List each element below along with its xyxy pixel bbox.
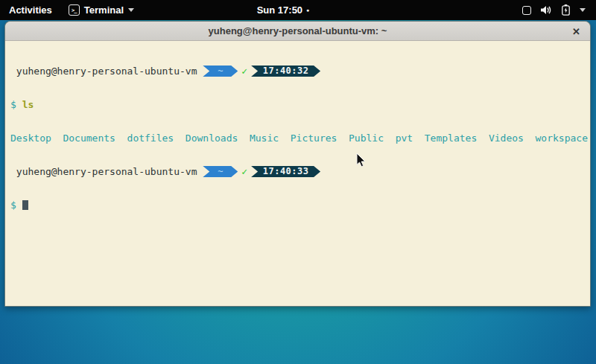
terminal-icon: >_ <box>69 4 80 16</box>
powerline-path-segment: ~ <box>203 66 238 77</box>
terminal-window: yuheng@henry-personal-ubuntu-vm: ~ ✕ yuh… <box>4 21 591 307</box>
dir-entry: Desktop <box>10 132 51 144</box>
prompt-path: ~ <box>218 166 223 176</box>
screen-share-icon <box>522 6 531 15</box>
prompt-path: ~ <box>218 66 223 76</box>
status-check-icon: ✓ <box>238 166 251 177</box>
chevron-down-icon <box>128 8 134 12</box>
powerline-time-segment: 17:40:33 <box>251 166 320 177</box>
prompt-time: 17:40:32 <box>263 66 309 76</box>
input-line: $ <box>10 199 590 211</box>
prompt-symbol: $ <box>10 199 16 211</box>
dir-entry: workspace <box>536 132 588 144</box>
dir-entry: pvt <box>396 132 413 144</box>
powerline-path-segment: ~ <box>203 166 238 177</box>
terminal-cursor <box>22 200 28 210</box>
prompt-user: yuheng@henry-personal-ubuntu-vm <box>10 166 203 177</box>
clock-button[interactable]: Sun 17:50 ● <box>257 0 310 20</box>
dir-entry: Templates <box>425 132 477 144</box>
prompt-symbol: $ <box>10 99 16 110</box>
battery-charging-icon <box>562 4 570 16</box>
app-menu-button[interactable]: >_ Terminal <box>61 0 142 20</box>
ls-output-line: Desktop Documents dotfiles Downloads Mus… <box>10 132 590 144</box>
clock-label: Sun 17:50 <box>257 4 302 16</box>
command-text: ls <box>22 99 34 110</box>
prompt-line: yuheng@henry-personal-ubuntu-vm ~✓17:40:… <box>10 166 590 177</box>
powerline-time-segment: 17:40:32 <box>251 66 320 77</box>
window-title: yuheng@henry-personal-ubuntu-vm: ~ <box>209 25 387 36</box>
dir-entry: Music <box>250 132 279 144</box>
status-check-icon: ✓ <box>238 66 251 77</box>
prompt-user: yuheng@henry-personal-ubuntu-vm <box>10 66 203 77</box>
prompt-line: yuheng@henry-personal-ubuntu-vm ~✓17:40:… <box>10 66 590 77</box>
volume-icon <box>541 5 552 15</box>
notification-dot-icon: ● <box>306 0 309 20</box>
close-icon[interactable]: ✕ <box>572 26 580 36</box>
system-status-area[interactable] <box>522 0 586 20</box>
dir-entry: dotfiles <box>127 132 174 144</box>
dir-entry: Downloads <box>186 132 238 144</box>
chevron-down-icon <box>580 8 586 12</box>
window-titlebar[interactable]: yuheng@henry-personal-ubuntu-vm: ~ ✕ <box>5 22 590 41</box>
dir-entry: Public <box>349 132 384 144</box>
top-bar: Activities >_ Terminal Sun 17:50 ● <box>0 0 596 20</box>
command-line: $ ls <box>10 99 590 110</box>
terminal-icon-glyph: >_ <box>72 7 76 13</box>
dir-entry: Documents <box>63 132 115 144</box>
dir-entry: Videos <box>489 132 524 144</box>
activities-button[interactable]: Activities <box>0 0 61 20</box>
app-menu-label: Terminal <box>84 4 124 16</box>
terminal-content[interactable]: yuheng@henry-personal-ubuntu-vm ~✓17:40:… <box>5 41 590 306</box>
dir-entry: Pictures <box>291 132 337 144</box>
prompt-time: 17:40:33 <box>263 166 309 176</box>
desktop: Activities >_ Terminal Sun 17:50 ● <box>0 0 596 364</box>
